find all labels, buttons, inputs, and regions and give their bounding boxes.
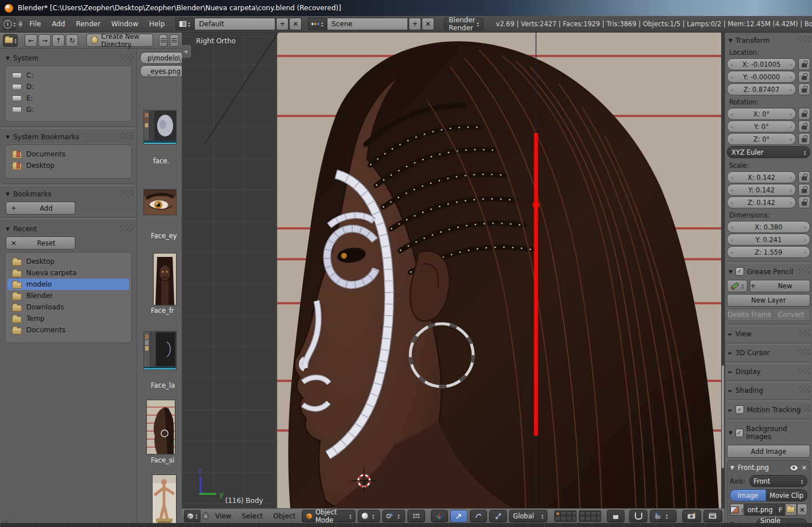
- location-x-field[interactable]: ◂X: -0.01005▸: [727, 58, 796, 70]
- recent-item-selected[interactable]: modelo: [7, 279, 129, 290]
- drive-item[interactable]: D:: [7, 81, 129, 92]
- unlink-image-button[interactable]: ✕: [797, 504, 807, 516]
- menu-file[interactable]: File: [25, 18, 46, 30]
- scene-name-field[interactable]: Scene: [327, 18, 408, 30]
- axis-select[interactable]: Front ▴▾: [749, 475, 807, 487]
- menu-render[interactable]: Render: [71, 18, 105, 30]
- transform-orientation-select[interactable]: Global ▴▾: [509, 510, 547, 522]
- lock-rotation-x-button[interactable]: [798, 108, 810, 120]
- file-thumbnail[interactable]: [152, 474, 177, 523]
- new-layer-button[interactable]: New Layer: [727, 294, 810, 307]
- collapse-menus-icon[interactable]: −: [18, 20, 23, 28]
- section-motion-tracking[interactable]: ► ✓ Motion Tracking: [727, 403, 810, 416]
- lock-to-scene-toggle[interactable]: [607, 510, 625, 522]
- lock-scale-y-button[interactable]: [798, 184, 810, 196]
- grease-pencil-new-button[interactable]: + New: [750, 280, 810, 292]
- recent-item[interactable]: Temp: [7, 313, 129, 324]
- editor-type-button-filebrowser[interactable]: ▴▾: [3, 34, 18, 47]
- render-opengl-anim-button[interactable]: [703, 510, 722, 522]
- region-scrollbar[interactable]: [722, 365, 724, 468]
- grease-pencil-checkbox[interactable]: ✓: [735, 267, 744, 276]
- image-datablock-name-field[interactable]: ont.png: [745, 504, 775, 516]
- section-display[interactable]: ► Display: [727, 365, 810, 377]
- dimensions-x-field[interactable]: ◂X: 0.380▸: [727, 221, 810, 233]
- lock-location-z-button[interactable]: [798, 83, 810, 95]
- viewport-shading-select[interactable]: ▴▾: [358, 510, 380, 522]
- delete-frame-button[interactable]: Delete Frame: [727, 308, 773, 321]
- region-resize-corner[interactable]: [1, 519, 10, 523]
- scale-x-field[interactable]: ◂X: 0.142▸: [727, 171, 796, 183]
- lock-rotation-z-button[interactable]: [798, 133, 810, 145]
- directory-path-field[interactable]: p\modelo\: [140, 52, 182, 64]
- pivot-point-select[interactable]: ▴▾: [382, 510, 406, 522]
- tab-movie-clip[interactable]: Movie Clip: [766, 489, 807, 501]
- drive-item[interactable]: E:: [7, 92, 129, 104]
- nav-refresh-button[interactable]: ↻: [66, 34, 78, 47]
- menu-window[interactable]: Window: [107, 18, 143, 30]
- fake-user-button[interactable]: F: [776, 504, 785, 516]
- recent-item[interactable]: Documents: [7, 324, 129, 336]
- file-name-label[interactable]: Face_ey: [151, 232, 177, 240]
- menu-add[interactable]: Add: [47, 18, 70, 30]
- drive-item[interactable]: G:: [7, 104, 129, 115]
- menu-help[interactable]: Help: [145, 18, 169, 30]
- rotation-x-field[interactable]: ◂X: 0°▸: [727, 108, 796, 120]
- eye-visibility-icon[interactable]: [790, 465, 798, 471]
- mode-select[interactable]: Object Mode ▴▾: [302, 510, 355, 522]
- file-name-label[interactable]: Face_si: [151, 456, 174, 464]
- viewport-3d[interactable]: z y Right Ortho (116) Body +: [182, 33, 725, 508]
- lock-rotation-y-button[interactable]: [798, 120, 810, 132]
- toolshelf-expand-tab[interactable]: +: [182, 45, 191, 58]
- section-system-bookmarks[interactable]: ▼ System Bookmarks: [0, 130, 137, 143]
- file-thumbnail[interactable]: [153, 253, 177, 305]
- section-grease-pencil[interactable]: ▼ ✓ Grease Pencil: [727, 264, 810, 277]
- rotation-mode-select[interactable]: XYZ Euler ▴▾: [727, 146, 810, 158]
- manipulator-translate-button[interactable]: [450, 510, 467, 522]
- rotation-y-field[interactable]: ◂Y: 0°▸: [727, 120, 796, 132]
- tab-image[interactable]: Image: [730, 489, 766, 501]
- drive-item[interactable]: C:: [7, 70, 129, 81]
- dimensions-z-field[interactable]: ◂Z: 1.559▸: [727, 246, 810, 258]
- section-transform[interactable]: ▼ Transform: [727, 34, 810, 46]
- manipulator-rotate-button[interactable]: [470, 510, 487, 522]
- section-system[interactable]: ▼ System: [0, 51, 137, 65]
- dimensions-y-field[interactable]: ◂Y: 0.241▸: [727, 234, 810, 246]
- nav-back-button[interactable]: ←: [25, 34, 37, 47]
- recent-item[interactable]: Nueva carpeta: [7, 267, 129, 279]
- lock-location-y-button[interactable]: [798, 71, 810, 83]
- file-thumbnail[interactable]: [143, 110, 177, 144]
- recent-item[interactable]: Desktop: [7, 256, 129, 267]
- recent-item[interactable]: Blender: [7, 290, 129, 301]
- scale-y-field[interactable]: ◂Y: 0.142▸: [727, 184, 796, 196]
- delete-layout-button[interactable]: ✕: [289, 18, 302, 30]
- menu-view[interactable]: View: [211, 511, 235, 521]
- nav-parent-button[interactable]: ↑: [52, 34, 65, 47]
- manipulator-toggle[interactable]: [431, 510, 448, 522]
- snap-element-select[interactable]: ▴▾: [650, 510, 676, 522]
- rotation-z-field[interactable]: ◂Z: 0°▸: [727, 133, 796, 145]
- recent-item[interactable]: Downloads: [7, 301, 129, 313]
- manipulator-scale-button[interactable]: [489, 510, 506, 522]
- file-name-label[interactable]: Face_la: [151, 381, 175, 389]
- motion-tracking-checkbox[interactable]: ✓: [735, 405, 744, 414]
- section-view[interactable]: ► View: [727, 327, 810, 340]
- filename-field[interactable]: _eyes.png: [140, 65, 182, 77]
- add-bookmark-button[interactable]: + Add: [6, 202, 75, 215]
- screen-layout-icon-button[interactable]: ▴▾: [175, 18, 194, 30]
- bookmark-item[interactable]: Documents: [7, 148, 129, 160]
- editor-type-button-info[interactable]: i ▴▾: [3, 18, 16, 30]
- collapse-menus-icon[interactable]: −: [203, 512, 209, 520]
- remove-image-icon[interactable]: ✕: [802, 464, 807, 472]
- view-mode-short-list-icon[interactable]: [159, 34, 168, 47]
- lock-scale-z-button[interactable]: [798, 196, 810, 208]
- add-scene-button[interactable]: +: [409, 18, 421, 30]
- screen-layout-name-field[interactable]: Default: [194, 18, 275, 30]
- menu-object[interactable]: Object: [269, 511, 299, 521]
- file-name-label[interactable]: Face_fr: [151, 307, 174, 315]
- snap-toggle[interactable]: [629, 510, 647, 522]
- file-thumbnail[interactable]: [143, 189, 177, 215]
- image-datablock-browse-button[interactable]: ▴▾: [730, 504, 744, 516]
- render-engine-select[interactable]: Blender Render ▴▾: [444, 18, 483, 30]
- add-layout-button[interactable]: +: [276, 18, 289, 30]
- section-bookmarks[interactable]: ▼ Bookmarks: [0, 187, 137, 200]
